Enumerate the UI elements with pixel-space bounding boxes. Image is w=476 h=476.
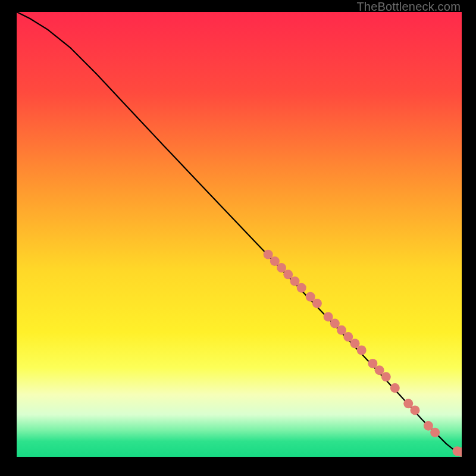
- chart-frame: [17, 12, 462, 457]
- scatter-point: [390, 383, 400, 393]
- scatter-point: [357, 345, 367, 355]
- chart-svg: [17, 12, 462, 457]
- scatter-point: [297, 283, 306, 293]
- scatter-point: [430, 428, 440, 437]
- scatter-point: [312, 299, 322, 308]
- scatter-point: [381, 372, 391, 381]
- scatter-point: [410, 405, 419, 415]
